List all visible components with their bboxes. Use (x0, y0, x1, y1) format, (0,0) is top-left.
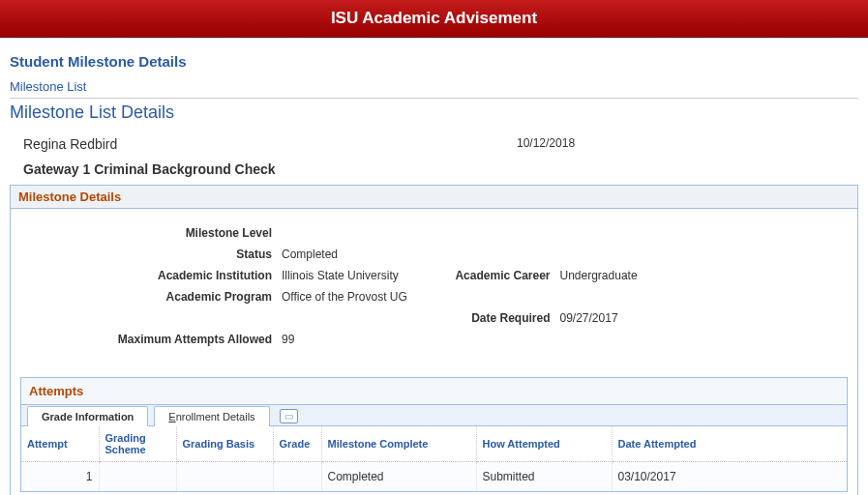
tab-grade-information[interactable]: Grade Information (27, 406, 148, 426)
table-row: 1 Completed Submitted 03/10/2017 (21, 462, 847, 492)
col-grading-basis[interactable]: Grading Basis (176, 426, 273, 462)
banner-title: ISU Academic Advisement (331, 9, 537, 27)
attempts-panel: Attempts Grade Information Enrollment De… (20, 377, 848, 492)
label-academic-program: Academic Program (20, 290, 282, 304)
tab-enrollment-details[interactable]: Enrollment Details (154, 406, 269, 426)
label-milestone-level: Milestone Level (20, 226, 282, 240)
cell-attempt: 1 (21, 462, 99, 492)
app-banner: ISU Academic Advisement (0, 0, 868, 38)
label-status: Status (20, 248, 282, 261)
value-date-required: 09/27/2017 (560, 311, 849, 325)
label-date-required: Date Required (434, 311, 560, 325)
col-date-attempted[interactable]: Date Attempted (612, 426, 847, 462)
value-max-attempts: 99 (282, 333, 848, 346)
cell-grading-scheme (99, 462, 176, 492)
value-status: Completed (282, 248, 848, 261)
spacer (20, 311, 282, 325)
cell-grading-basis (176, 462, 273, 492)
attempts-table: Attempt Grading Scheme Grading Basis Gra… (21, 425, 847, 491)
cell-milestone-complete: Completed (321, 462, 476, 492)
report-date: 10/12/2018 (517, 136, 858, 152)
col-how-attempted[interactable]: How Attempted (476, 426, 612, 462)
show-all-columns-icon[interactable]: ▭ (280, 409, 298, 423)
attempts-header: Attempts (21, 378, 847, 405)
cell-grade (273, 462, 321, 492)
tab-enrollment-details-key: E (168, 411, 175, 422)
tab-enrollment-details-rest: nrollment Details (176, 411, 255, 422)
student-name: Regina Redbird (10, 136, 517, 152)
value-milestone-level (282, 226, 848, 240)
divider (10, 98, 858, 99)
label-academic-career: Academic Career (434, 269, 560, 282)
milestone-details-panel: Milestone Details Milestone Level Status… (10, 185, 858, 495)
label-max-attempts: Maximum Attempts Allowed (20, 333, 282, 346)
label-academic-institution: Academic Institution (20, 269, 282, 282)
cell-date-attempted: 03/10/2017 (612, 462, 847, 492)
milestone-name: Gateway 1 Criminal Background Check (10, 161, 858, 177)
col-grading-scheme[interactable]: Grading Scheme (99, 426, 176, 462)
page-title: Student Milestone Details (10, 53, 858, 70)
table-header-row: Attempt Grading Scheme Grading Basis Gra… (21, 426, 847, 462)
value-academic-institution: Illinois State University (282, 269, 434, 282)
col-attempt[interactable]: Attempt (21, 426, 99, 462)
col-milestone-complete[interactable]: Milestone Complete (321, 426, 476, 462)
milestone-details-header: Milestone Details (11, 186, 857, 209)
value-academic-program: Office of the Provost UG (282, 290, 848, 304)
milestone-list-link[interactable]: Milestone List (10, 79, 86, 94)
breadcrumb: Milestone List (10, 79, 858, 94)
value-academic-career: Undergraduate (560, 269, 849, 282)
section-title: Milestone List Details (10, 102, 858, 123)
cell-how-attempted: Submitted (476, 462, 612, 492)
col-grade[interactable]: Grade (273, 426, 321, 462)
